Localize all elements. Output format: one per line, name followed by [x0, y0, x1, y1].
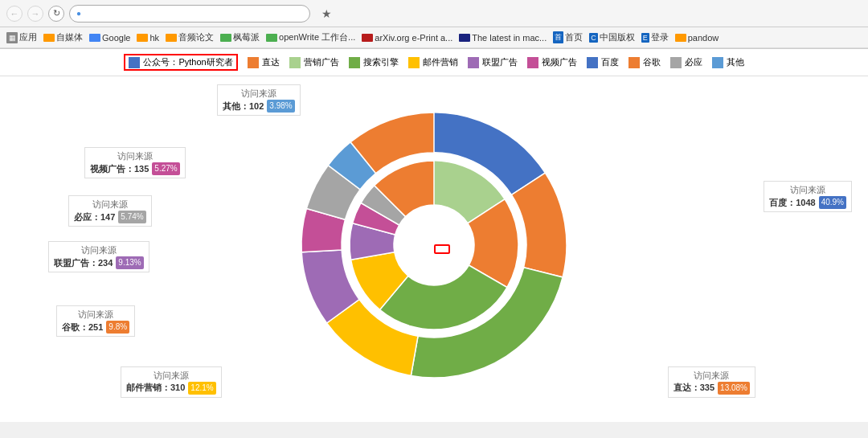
legend-color-soyq	[349, 57, 360, 68]
bookmark-arxiv[interactable]: arXiv.org e-Print a...	[362, 33, 452, 43]
legend-color-qita	[712, 57, 723, 68]
label-shipin: 访问来源 视频广告：135 5.27%	[84, 147, 186, 178]
legend-wechat: 公众号：Python研究者	[124, 54, 237, 71]
legend-color-baidu	[587, 57, 598, 68]
label-biying-num: 必应：147	[74, 211, 115, 223]
legend-label-biying: 必应	[685, 56, 702, 68]
label-lianmeng: 访问来源 联盟广告：234 9.13%	[48, 241, 149, 272]
legend-zhida: 直达	[248, 56, 280, 68]
label-lianmeng-title: 访问来源	[54, 244, 144, 256]
legend-label-lmgg: 联盟广告	[482, 56, 518, 68]
legend-label-google: 谷歌	[643, 56, 661, 68]
label-biying-value: 必应：147 5.74%	[74, 211, 146, 223]
bookmark-zimeiti[interactable]: 自媒体	[43, 31, 83, 43]
label-youjian-title: 访问来源	[126, 370, 216, 382]
label-youjian-pct: 12.1%	[188, 382, 215, 395]
legend-label-soyq: 搜索引擎	[363, 56, 399, 68]
label-zhida-num: 直达：335	[674, 382, 714, 394]
label-baidu-title: 访问来源	[769, 184, 846, 196]
legend-yjyx: 邮件营销	[408, 56, 458, 68]
reload-button[interactable]: ↻	[48, 6, 64, 22]
browser-nav: ← → ↻ ● ★	[0, 0, 868, 27]
lock-icon: ●	[76, 9, 81, 18]
label-zhida-title: 访问来源	[674, 370, 750, 382]
bookmarks-bar: ▦ 应用 自媒体 Google hk 音频论文 枫莓派 openWrite 工作…	[0, 27, 868, 48]
label-shipin-value: 视频广告：135 5.27%	[90, 162, 180, 175]
bookmark-homepage[interactable]: 首 首页	[553, 31, 583, 43]
legend-label-spgg: 视频广告	[542, 56, 577, 68]
label-qita: 访问来源 其他：102 3.98%	[217, 84, 301, 116]
bookmark-latest-mac[interactable]: The latest in mac...	[459, 33, 547, 43]
legend-soyq: 搜索引擎	[349, 56, 399, 68]
label-qita-num: 其他：102	[223, 100, 264, 113]
bookmark-pandow[interactable]: pandow	[675, 33, 719, 43]
label-google-num: 谷歌：251	[62, 321, 103, 334]
label-biying-pct: 5.74%	[118, 211, 145, 223]
bookmark-apps[interactable]: ▦ 应用	[6, 31, 37, 43]
legend-google: 谷歌	[628, 56, 661, 68]
address-bar[interactable]: ●	[69, 5, 310, 23]
legend-color-lmgg	[468, 57, 479, 68]
label-baidu-num: 百度：1048	[769, 197, 815, 209]
legend-color-wechat	[129, 57, 140, 68]
legend-biying: 必应	[670, 56, 702, 68]
label-qita-title: 访问来源	[223, 88, 295, 100]
legend-color-yxgg	[289, 57, 301, 68]
legend-qita: 其他	[712, 56, 744, 68]
label-lianmeng-num: 联盟广告：234	[54, 257, 113, 269]
legend-color-google	[628, 57, 640, 68]
bookmark-copyright[interactable]: C 中国版权	[589, 31, 635, 43]
label-baidu-value: 百度：1048 40.9%	[769, 196, 846, 209]
main-content: 访问来源 百度：1048 40.9% 访问来源 直达：335 13.08% 访问…	[0, 76, 868, 422]
label-youjian: 访问来源 邮件营销：310 12.1%	[121, 366, 222, 398]
bookmark-openwrite[interactable]: openWrite 工作台...	[266, 31, 355, 43]
label-lianmeng-pct: 9.13%	[116, 256, 143, 269]
label-biying-title: 访问来源	[74, 199, 146, 211]
label-google-pct: 9.8%	[106, 321, 129, 334]
label-zhida: 访问来源 直达：335 13.08%	[668, 366, 755, 398]
bookmark-login[interactable]: E 登录	[641, 31, 669, 43]
label-zhida-value: 直达：335 13.08%	[674, 382, 750, 395]
forward-button[interactable]: →	[27, 6, 43, 22]
label-shipin-pct: 5.27%	[152, 162, 179, 175]
bookmark-audio[interactable]: 音频论文	[166, 31, 214, 43]
label-google-value: 谷歌：251 9.8%	[62, 321, 129, 334]
legend-spgg: 视频广告	[527, 56, 577, 68]
back-button[interactable]: ←	[6, 6, 23, 22]
label-google: 访问来源 谷歌：251 9.8%	[56, 305, 135, 337]
center-label	[434, 244, 450, 254]
legend-lmgg: 联盟广告	[468, 56, 518, 68]
label-qita-pct: 3.98%	[267, 100, 294, 113]
legend-color-yjyx	[408, 57, 420, 68]
legend-color-biying	[670, 57, 682, 68]
label-qita-value: 其他：102 3.98%	[223, 100, 295, 113]
legend-label-yjyx: 邮件营销	[423, 56, 458, 68]
star-icon[interactable]: ★	[321, 7, 332, 20]
bookmark-hk[interactable]: hk	[137, 33, 159, 43]
label-youjian-value: 邮件营销：310 12.1%	[126, 382, 216, 395]
chart-container: 访问来源 百度：1048 40.9% 访问来源 直达：335 13.08% 访问…	[0, 76, 868, 422]
label-zhida-pct: 13.08%	[718, 382, 750, 395]
label-biying: 访问来源 必应：147 5.74%	[68, 195, 152, 227]
legend-yxgg: 营销广告	[289, 56, 339, 68]
legend-label-wechat: 公众号：Python研究者	[143, 56, 232, 68]
bookmark-fengmei[interactable]: 枫莓派	[220, 31, 260, 43]
legend-label-zhida: 直达	[262, 56, 280, 68]
label-shipin-title: 访问来源	[90, 150, 180, 162]
legend-baidu: 百度	[587, 56, 619, 68]
label-youjian-num: 邮件营销：310	[126, 382, 185, 394]
legend-label-yxgg: 营销广告	[304, 56, 339, 68]
legend-label-qita: 其他	[727, 56, 744, 68]
label-baidu: 访问来源 百度：1048 40.9%	[764, 181, 852, 212]
label-baidu-pct: 40.9%	[819, 196, 846, 209]
legend-color-zhida	[248, 57, 259, 68]
browser-chrome: ← → ↻ ● ★ ▦ 应用 自媒体 Google hk 音频论文 枫莓派	[0, 0, 868, 49]
legend-bar: 公众号：Python研究者 直达 营销广告 搜索引擎 邮件营销 联盟广告 视频广…	[0, 49, 868, 76]
legend-label-baidu: 百度	[601, 56, 619, 68]
label-google-title: 访问来源	[62, 309, 129, 321]
label-lianmeng-value: 联盟广告：234 9.13%	[54, 256, 144, 269]
label-shipin-num: 视频广告：135	[90, 163, 149, 175]
bookmark-google[interactable]: Google	[89, 33, 130, 43]
legend-color-spgg	[527, 57, 538, 68]
